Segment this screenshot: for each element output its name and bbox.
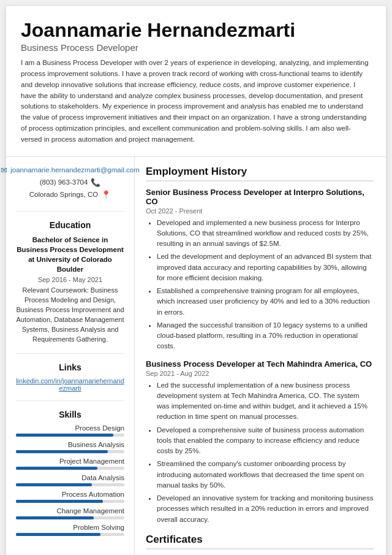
skill-name: Project Management [16,457,124,465]
skill-item: Project Management [16,457,124,470]
candidate-name: Joannamarie Hernandezmarti [21,20,371,41]
job-entry: Senior Business Process Developer at Int… [146,188,374,352]
job-dates: Oct 2022 - Present [146,207,374,215]
skill-item: Problem Solving [16,524,124,536]
candidate-summary: I am a Business Process Developer with o… [21,58,371,145]
skill-bar-fill [16,467,97,470]
skill-bar-bg [16,434,124,437]
phone-icon: 📞 [91,178,100,187]
skill-bar-bg [16,467,124,470]
skill-bar-fill [16,483,92,486]
header-section: Joannamarie Hernandezmarti Business Proc… [6,6,386,157]
right-column: Employment History Senior Business Proce… [135,157,386,555]
bullet-item: Managed the successful transition of 10 … [157,320,374,352]
skill-item: Data Analysis [16,474,124,486]
skills-title: Skills [16,410,124,419]
skill-item: Process Automation [16,491,124,503]
edu-degree: Bachelor of Science in Business Process … [16,235,124,274]
bullet-item: Led the successful implementation of a n… [157,380,374,423]
certificates-section: Certificates Certified Business Process … [146,534,374,555]
job-entry: Business Process Developer at Tech Mahin… [146,359,374,525]
email-value: joannamarie.hernandezmarti@gmail.com [10,166,139,174]
location-item: Colorado Springs, CO 📍 [16,190,124,199]
resume-container: Joannamarie Hernandezmarti Business Proc… [6,6,386,555]
skill-bar-fill [16,434,113,437]
skill-item: Business Analysis [16,441,124,453]
phone-item: (803) 963-3704 📞 [16,178,124,187]
education-title: Education [16,220,124,230]
bullet-item: Led the development and deployment of an… [157,251,374,283]
employment-title: Employment History [146,166,374,182]
location-icon: 📍 [101,190,111,199]
skill-bar-bg [16,450,124,453]
skill-name: Business Analysis [16,441,124,448]
links-section: Links linkedin.com/in/joannamariehernand… [16,362,124,401]
skill-name: Data Analysis [16,474,124,481]
skill-item: Change Management [16,507,124,519]
skills-list: Process Design Business Analysis Project… [16,424,124,536]
left-column: ✉ joannamarie.hernandezmarti@gmail.com (… [6,157,135,555]
bullet-item: Developed and implemented a new business… [157,218,374,250]
skill-name: Problem Solving [16,524,124,531]
linkedin-link[interactable]: linkedin.com/in/joannamariehernandezmart… [16,377,124,392]
email-icon: ✉ [1,166,7,175]
bullet-item: Established a comprehensive training pro… [157,286,374,318]
links-title: Links [16,362,124,372]
skill-bar-fill [16,533,100,536]
email-item[interactable]: ✉ joannamarie.hernandezmarti@gmail.com [16,166,124,175]
skill-name: Process Design [16,424,124,432]
edu-coursework: Relevant Coursework: Business Process Mo… [16,286,124,345]
skill-bar-fill [16,450,108,453]
job-dates: Sep 2021 - Aug 2022 [146,370,374,377]
skill-bar-fill [16,500,103,503]
skill-name: Change Management [16,507,124,515]
bullet-item: Developed an innovative system for track… [157,493,374,525]
job-bullets: Developed and implemented a new business… [146,218,374,352]
contact-section: ✉ joannamarie.hernandezmarti@gmail.com (… [16,166,124,212]
jobs-list: Senior Business Process Developer at Int… [146,188,374,525]
job-bullets: Led the successful implementation of a n… [146,380,374,525]
job-title: Business Process Developer at Tech Mahin… [146,359,374,369]
skill-bar-bg [16,500,124,503]
skills-section: Skills Process Design Business Analysis … [16,410,124,549]
job-title: Senior Business Process Developer at Int… [146,188,374,206]
skill-name: Process Automation [16,491,124,498]
phone-value: (803) 963-3704 [40,178,88,186]
skill-bar-bg [16,483,124,486]
location-value: Colorado Springs, CO [29,191,99,198]
employment-section: Employment History Senior Business Proce… [146,166,374,525]
education-section: Education Bachelor of Science in Busines… [16,220,124,354]
skill-bar-bg [16,516,124,519]
certificates-title: Certificates [146,534,374,549]
candidate-title: Business Process Developer [21,42,371,53]
skill-item: Process Design [16,424,124,437]
bullet-item: Developed a comprehensive suite of busin… [157,425,374,457]
body-columns: ✉ joannamarie.hernandezmarti@gmail.com (… [6,157,386,555]
skill-bar-fill [16,516,94,519]
edu-dates: Sep 2016 - May 2021 [16,276,124,283]
bullet-item: Streamlined the company's customer onboa… [157,459,374,491]
skill-bar-bg [16,533,124,536]
